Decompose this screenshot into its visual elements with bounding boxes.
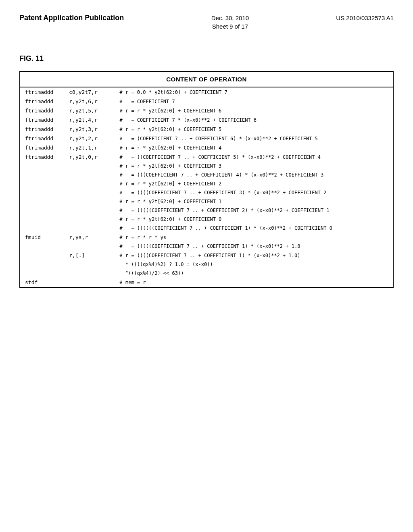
cell-operand: r,y2t,3,r [66, 125, 116, 134]
cell-instruction [20, 260, 66, 269]
cell-instruction [20, 179, 66, 188]
cell-operand: r,y2t,1,r [66, 143, 116, 152]
table-header: CONTENT OF OPERATION [20, 72, 393, 87]
table-row: ftrimaddd r,y2t,2,r # = (COEFFICIENT 7 .… [20, 134, 393, 143]
figure-table: CONTENT OF OPERATION ftrimaddd c0,y2t7,r… [20, 72, 393, 287]
cell-comment: # r = 0.0 * y2t[62:0] + COEFFICIENT 7 [116, 87, 393, 97]
cell-comment: # = COEFFICIENT 7 * (x-x0)**2 + COEFFICI… [116, 115, 393, 125]
table-row: ftrimaddd r,y2t,6,r # = COEFFICIENT 7 [20, 97, 393, 106]
header-middle: Dec. 30, 2010 Sheet 9 of 17 [211, 13, 249, 30]
cell-comment: # = ((((COEFFICIENT 7 .. + COEFFICIENT 3… [116, 188, 393, 197]
cell-instruction [20, 170, 66, 179]
cell-operand: r,y2t,2,r [66, 134, 116, 143]
cell-instruction: ftrimaddd [20, 106, 66, 115]
table-row: ftrimaddd r,y2t,0,r # = ((COEFFICIENT 7 … [20, 152, 393, 162]
cell-instruction: ftrimaddd [20, 97, 66, 106]
table-row: ftrimaddd c0,y2t7,r # r = 0.0 * y2t[62:0… [20, 87, 393, 97]
cell-operand: r,y2t,0,r [66, 152, 116, 162]
cell-comment: * ((((qx%4)%2) ? 1.0 : (x-x0)) [116, 260, 393, 269]
table-row: r,[.] # r = ((((COEFFICIENT 7 .. + COEFF… [20, 251, 393, 260]
cell-instruction: ftrimaddd [20, 143, 66, 152]
cell-comment: # r = r * y2t[62:0] + COEFFICIENT 4 [116, 143, 393, 152]
cell-comment: # r = r * r * ys [116, 233, 393, 242]
cell-comment: # r = ((((COEFFICIENT 7 .. + COEFFICIENT… [116, 251, 393, 260]
cell-comment: # r = r * y2t[62:0] + COEFFICIENT 5 [116, 125, 393, 134]
cell-operand [66, 197, 116, 206]
column-header-text: CONTENT OF OPERATION [166, 76, 247, 83]
cell-comment: # mem = r [116, 278, 393, 287]
cell-comment: # = ((COEFFICIENT 7 .. + COEFFICIENT 5) … [116, 152, 393, 162]
table-row: ftrimaddd r,y2t,3,r # r = r * y2t[62:0] … [20, 125, 393, 134]
table-row: ^(((qx%4)/2) << 63)) [20, 269, 393, 278]
cell-operand [66, 162, 116, 170]
cell-comment: # = (COEFFICIENT 7 .. + COEFFICIENT 6) *… [116, 134, 393, 143]
cell-instruction [20, 162, 66, 170]
sheet-info: Sheet 9 of 17 [212, 23, 248, 30]
table-row: # r = r * y2t[62:0] + COEFFICIENT 2 [20, 179, 393, 188]
cell-operand [66, 170, 116, 179]
cell-comment: # = (((((COEFFICIENT 7 .. + COEFFICIENT … [116, 242, 393, 251]
cell-comment: # = ((((((COEFFICIENT 7 .. + COEFFICIENT… [116, 224, 393, 233]
cell-operand [66, 260, 116, 269]
cell-operand [66, 206, 116, 215]
page-header: Patent Application Publication Dec. 30, … [0, 0, 413, 38]
main-content: FIG. 11 CONTENT OF OPERATION ftrimaddd c… [0, 38, 413, 304]
cell-instruction [20, 188, 66, 197]
cell-operand: r,y2t,6,r [66, 97, 116, 106]
cell-operand: r,y2t,5,r [66, 106, 116, 115]
cell-comment: # r = r * y2t[62:0] + COEFFICIENT 6 [116, 106, 393, 115]
table-row: # = (((COEFFICIENT 7 .. + COEFFICIENT 4)… [20, 170, 393, 179]
cell-instruction [20, 251, 66, 260]
figure-table-container: CONTENT OF OPERATION ftrimaddd c0,y2t7,r… [19, 71, 394, 288]
cell-comment: # r = r * y2t[62:0] + COEFFICIENT 3 [116, 162, 393, 170]
cell-operand [66, 179, 116, 188]
cell-comment: ^(((qx%4)/2) << 63)) [116, 269, 393, 278]
table-row: # r = r * y2t[62:0] + COEFFICIENT 0 [20, 215, 393, 224]
cell-operand: c0,y2t7,r [66, 87, 116, 97]
cell-comment: # = (((((COEFFICIENT 7 .. + COEFFICIENT … [116, 206, 393, 215]
cell-operand: r,ys,r [66, 233, 116, 242]
cell-operand [66, 278, 116, 287]
cell-operand [66, 242, 116, 251]
table-row: # r = r * y2t[62:0] + COEFFICIENT 1 [20, 197, 393, 206]
table-row: # = ((((((COEFFICIENT 7 .. + COEFFICIENT… [20, 224, 393, 233]
cell-operand [66, 188, 116, 197]
cell-operand [66, 215, 116, 224]
cell-operand [66, 224, 116, 233]
cell-instruction [20, 269, 66, 278]
cell-comment: # = COEFFICIENT 7 [116, 97, 393, 106]
cell-operand: r,[.] [66, 251, 116, 260]
publication-title: Patent Application Publication [19, 13, 124, 23]
cell-operand: r,y2t,4,r [66, 115, 116, 125]
table-row: stdf # mem = r [20, 278, 393, 287]
table-row: * ((((qx%4)%2) ? 1.0 : (x-x0)) [20, 260, 393, 269]
table-row: # r = r * y2t[62:0] + COEFFICIENT 3 [20, 162, 393, 170]
cell-instruction: fmuid [20, 233, 66, 242]
cell-instruction: ftrimaddd [20, 152, 66, 162]
cell-comment: # r = r * y2t[62:0] + COEFFICIENT 2 [116, 179, 393, 188]
cell-instruction [20, 215, 66, 224]
table-row: # = (((((COEFFICIENT 7 .. + COEFFICIENT … [20, 242, 393, 251]
cell-instruction [20, 206, 66, 215]
figure-label: FIG. 11 [19, 54, 394, 63]
table-row: # = ((((COEFFICIENT 7 .. + COEFFICIENT 3… [20, 188, 393, 197]
cell-instruction: ftrimaddd [20, 125, 66, 134]
cell-instruction: ftrimaddd [20, 87, 66, 97]
cell-comment: # = (((COEFFICIENT 7 .. + COEFFICIENT 4)… [116, 170, 393, 179]
cell-instruction: ftrimaddd [20, 134, 66, 143]
table-row: ftrimaddd r,y2t,5,r # r = r * y2t[62:0] … [20, 106, 393, 115]
patent-number: US 2010/0332573 A1 [336, 15, 394, 21]
cell-comment: # r = r * y2t[62:0] + COEFFICIENT 0 [116, 215, 393, 224]
table-row: fmuid r,ys,r # r = r * r * ys [20, 233, 393, 242]
cell-instruction [20, 224, 66, 233]
cell-operand [66, 269, 116, 278]
publication-date: Dec. 30, 2010 [211, 15, 249, 21]
table-row: ftrimaddd r,y2t,1,r # r = r * y2t[62:0] … [20, 143, 393, 152]
cell-instruction: stdf [20, 278, 66, 287]
cell-instruction [20, 197, 66, 206]
cell-instruction [20, 242, 66, 251]
cell-instruction: ftrimaddd [20, 115, 66, 125]
table-row: ftrimaddd r,y2t,4,r # = COEFFICIENT 7 * … [20, 115, 393, 125]
table-row: # = (((((COEFFICIENT 7 .. + COEFFICIENT … [20, 206, 393, 215]
cell-comment: # r = r * y2t[62:0] + COEFFICIENT 1 [116, 197, 393, 206]
